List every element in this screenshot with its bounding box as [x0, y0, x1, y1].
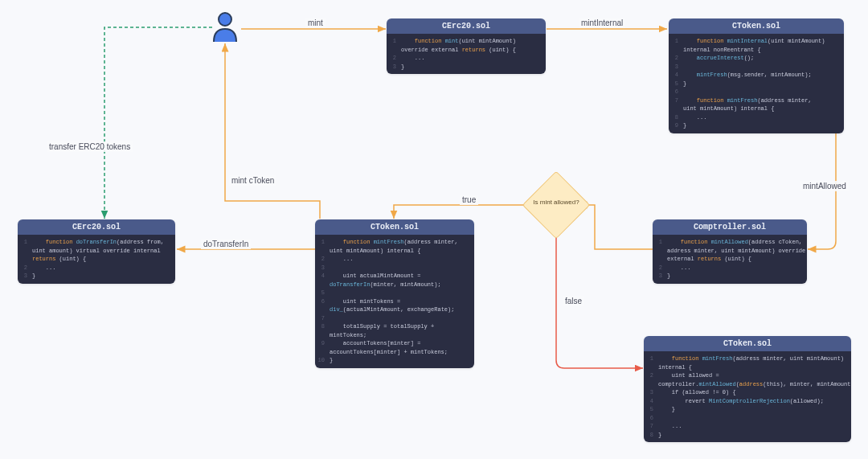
node-title: CErc20.sol — [18, 219, 175, 235]
node-title: CToken.sol — [669, 18, 844, 34]
node-cerc20-mint: CErc20.sol 1 function mint(uint mintAmou… — [387, 18, 546, 74]
node-code: 1 function mintFresh(address minter,uint… — [315, 235, 474, 368]
edge-mint-internal: mintInternal — [579, 18, 625, 28]
node-title: CToken.sol — [315, 219, 474, 235]
node-ctoken-revert: CToken.sol 1 function mintFresh(address … — [644, 336, 851, 442]
node-code: 1 function doTransferIn(address from,uin… — [18, 235, 175, 284]
node-title: Comptroller.sol — [653, 219, 807, 235]
edge-false: false — [563, 296, 584, 306]
node-title: CToken.sol — [644, 336, 851, 351]
edge-transfer-erc20: transfer ERC20 tokens — [47, 141, 133, 152]
node-title: CErc20.sol — [387, 18, 546, 34]
edge-mint-ctoken: mint cToken — [229, 175, 276, 186]
edge-mint: mint — [305, 18, 326, 28]
edge-mint-allowed: mintAllowed — [800, 181, 849, 191]
node-ctoken-mint-fresh: CToken.sol 1 function mintFresh(address … — [315, 219, 474, 368]
svg-point-0 — [219, 13, 231, 26]
node-ctoken-mint-internal: CToken.sol 1 function mintInternal(uint … — [669, 18, 844, 133]
node-code: 1 function mintFresh(address minter, uin… — [644, 351, 851, 442]
decision-label: Is mint allowed? — [532, 199, 580, 207]
node-cerc20-do-transfer-in: CErc20.sol 1 function doTransferIn(addre… — [18, 219, 175, 284]
node-code: 1 function mint(uint mintAmount)override… — [387, 34, 546, 74]
node-comptroller: Comptroller.sol 1 function mintAllowed(a… — [653, 219, 807, 284]
edge-do-transfer-in: doTransferIn — [201, 239, 251, 249]
edge-true: true — [460, 195, 478, 205]
user-icon — [211, 11, 240, 43]
node-code: 1 function mintInternal(uint mintAmount)… — [669, 34, 844, 133]
node-code: 1 function mintAllowed(address cToken,ad… — [653, 235, 807, 284]
